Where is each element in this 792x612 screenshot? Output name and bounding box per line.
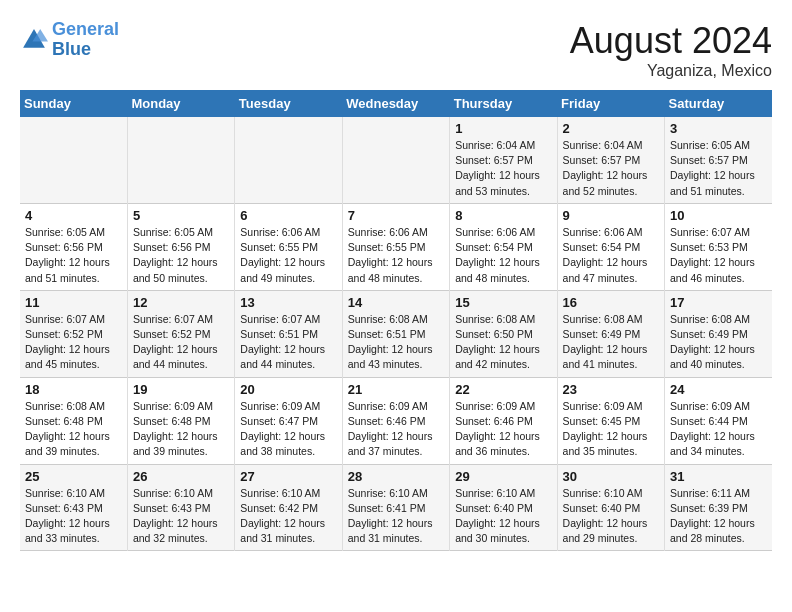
day-info: Sunrise: 6:08 AM Sunset: 6:49 PM Dayligh… (563, 312, 659, 373)
calendar-cell: 31Sunrise: 6:11 AM Sunset: 6:39 PM Dayli… (665, 464, 772, 551)
calendar-cell: 30Sunrise: 6:10 AM Sunset: 6:40 PM Dayli… (557, 464, 664, 551)
weekday-header-sunday: Sunday (20, 90, 127, 117)
calendar-cell (342, 117, 449, 203)
day-number: 28 (348, 469, 444, 484)
calendar-cell: 19Sunrise: 6:09 AM Sunset: 6:48 PM Dayli… (127, 377, 234, 464)
weekday-header-tuesday: Tuesday (235, 90, 342, 117)
day-number: 18 (25, 382, 122, 397)
day-number: 8 (455, 208, 551, 223)
calendar-cell (20, 117, 127, 203)
calendar-cell (127, 117, 234, 203)
day-number: 25 (25, 469, 122, 484)
calendar-cell: 12Sunrise: 6:07 AM Sunset: 6:52 PM Dayli… (127, 290, 234, 377)
calendar-cell: 2Sunrise: 6:04 AM Sunset: 6:57 PM Daylig… (557, 117, 664, 203)
day-number: 11 (25, 295, 122, 310)
day-number: 17 (670, 295, 767, 310)
weekday-header-row: SundayMondayTuesdayWednesdayThursdayFrid… (20, 90, 772, 117)
calendar-cell: 28Sunrise: 6:10 AM Sunset: 6:41 PM Dayli… (342, 464, 449, 551)
calendar-cell: 8Sunrise: 6:06 AM Sunset: 6:54 PM Daylig… (450, 203, 557, 290)
day-number: 21 (348, 382, 444, 397)
day-number: 31 (670, 469, 767, 484)
calendar-cell: 25Sunrise: 6:10 AM Sunset: 6:43 PM Dayli… (20, 464, 127, 551)
day-number: 3 (670, 121, 767, 136)
page-header: General Blue August 2024 Yaganiza, Mexic… (20, 20, 772, 80)
calendar-cell: 26Sunrise: 6:10 AM Sunset: 6:43 PM Dayli… (127, 464, 234, 551)
day-info: Sunrise: 6:09 AM Sunset: 6:45 PM Dayligh… (563, 399, 659, 460)
day-number: 1 (455, 121, 551, 136)
day-number: 14 (348, 295, 444, 310)
day-info: Sunrise: 6:09 AM Sunset: 6:47 PM Dayligh… (240, 399, 336, 460)
day-info: Sunrise: 6:08 AM Sunset: 6:51 PM Dayligh… (348, 312, 444, 373)
day-info: Sunrise: 6:10 AM Sunset: 6:40 PM Dayligh… (563, 486, 659, 547)
day-number: 20 (240, 382, 336, 397)
day-number: 12 (133, 295, 229, 310)
calendar-cell: 1Sunrise: 6:04 AM Sunset: 6:57 PM Daylig… (450, 117, 557, 203)
calendar-cell: 5Sunrise: 6:05 AM Sunset: 6:56 PM Daylig… (127, 203, 234, 290)
day-info: Sunrise: 6:06 AM Sunset: 6:54 PM Dayligh… (455, 225, 551, 286)
calendar-cell: 21Sunrise: 6:09 AM Sunset: 6:46 PM Dayli… (342, 377, 449, 464)
day-number: 15 (455, 295, 551, 310)
calendar-cell: 11Sunrise: 6:07 AM Sunset: 6:52 PM Dayli… (20, 290, 127, 377)
day-info: Sunrise: 6:05 AM Sunset: 6:57 PM Dayligh… (670, 138, 767, 199)
day-info: Sunrise: 6:08 AM Sunset: 6:48 PM Dayligh… (25, 399, 122, 460)
location: Yaganiza, Mexico (570, 62, 772, 80)
calendar-cell: 6Sunrise: 6:06 AM Sunset: 6:55 PM Daylig… (235, 203, 342, 290)
weekday-header-saturday: Saturday (665, 90, 772, 117)
calendar-cell: 9Sunrise: 6:06 AM Sunset: 6:54 PM Daylig… (557, 203, 664, 290)
day-info: Sunrise: 6:06 AM Sunset: 6:55 PM Dayligh… (240, 225, 336, 286)
weekday-header-thursday: Thursday (450, 90, 557, 117)
day-number: 6 (240, 208, 336, 223)
calendar-cell: 18Sunrise: 6:08 AM Sunset: 6:48 PM Dayli… (20, 377, 127, 464)
day-info: Sunrise: 6:08 AM Sunset: 6:49 PM Dayligh… (670, 312, 767, 373)
day-number: 22 (455, 382, 551, 397)
day-info: Sunrise: 6:10 AM Sunset: 6:43 PM Dayligh… (133, 486, 229, 547)
day-info: Sunrise: 6:09 AM Sunset: 6:48 PM Dayligh… (133, 399, 229, 460)
logo-icon (20, 26, 48, 54)
day-number: 2 (563, 121, 659, 136)
day-info: Sunrise: 6:05 AM Sunset: 6:56 PM Dayligh… (133, 225, 229, 286)
day-info: Sunrise: 6:07 AM Sunset: 6:52 PM Dayligh… (25, 312, 122, 373)
calendar-week-row: 11Sunrise: 6:07 AM Sunset: 6:52 PM Dayli… (20, 290, 772, 377)
calendar-week-row: 18Sunrise: 6:08 AM Sunset: 6:48 PM Dayli… (20, 377, 772, 464)
calendar-cell: 22Sunrise: 6:09 AM Sunset: 6:46 PM Dayli… (450, 377, 557, 464)
calendar-cell: 27Sunrise: 6:10 AM Sunset: 6:42 PM Dayli… (235, 464, 342, 551)
day-number: 26 (133, 469, 229, 484)
day-number: 29 (455, 469, 551, 484)
calendar-table: SundayMondayTuesdayWednesdayThursdayFrid… (20, 90, 772, 551)
weekday-header-friday: Friday (557, 90, 664, 117)
calendar-cell: 7Sunrise: 6:06 AM Sunset: 6:55 PM Daylig… (342, 203, 449, 290)
logo: General Blue (20, 20, 119, 60)
day-number: 23 (563, 382, 659, 397)
calendar-week-row: 1Sunrise: 6:04 AM Sunset: 6:57 PM Daylig… (20, 117, 772, 203)
day-number: 7 (348, 208, 444, 223)
calendar-cell: 23Sunrise: 6:09 AM Sunset: 6:45 PM Dayli… (557, 377, 664, 464)
day-info: Sunrise: 6:10 AM Sunset: 6:40 PM Dayligh… (455, 486, 551, 547)
day-info: Sunrise: 6:05 AM Sunset: 6:56 PM Dayligh… (25, 225, 122, 286)
calendar-week-row: 4Sunrise: 6:05 AM Sunset: 6:56 PM Daylig… (20, 203, 772, 290)
title-block: August 2024 Yaganiza, Mexico (570, 20, 772, 80)
day-number: 27 (240, 469, 336, 484)
calendar-cell: 14Sunrise: 6:08 AM Sunset: 6:51 PM Dayli… (342, 290, 449, 377)
calendar-cell: 17Sunrise: 6:08 AM Sunset: 6:49 PM Dayli… (665, 290, 772, 377)
day-info: Sunrise: 6:07 AM Sunset: 6:51 PM Dayligh… (240, 312, 336, 373)
calendar-cell: 3Sunrise: 6:05 AM Sunset: 6:57 PM Daylig… (665, 117, 772, 203)
day-info: Sunrise: 6:10 AM Sunset: 6:41 PM Dayligh… (348, 486, 444, 547)
calendar-cell (235, 117, 342, 203)
day-info: Sunrise: 6:07 AM Sunset: 6:53 PM Dayligh… (670, 225, 767, 286)
day-number: 9 (563, 208, 659, 223)
day-number: 16 (563, 295, 659, 310)
day-info: Sunrise: 6:07 AM Sunset: 6:52 PM Dayligh… (133, 312, 229, 373)
calendar-cell: 15Sunrise: 6:08 AM Sunset: 6:50 PM Dayli… (450, 290, 557, 377)
calendar-cell: 16Sunrise: 6:08 AM Sunset: 6:49 PM Dayli… (557, 290, 664, 377)
day-info: Sunrise: 6:04 AM Sunset: 6:57 PM Dayligh… (455, 138, 551, 199)
calendar-cell: 24Sunrise: 6:09 AM Sunset: 6:44 PM Dayli… (665, 377, 772, 464)
calendar-cell: 29Sunrise: 6:10 AM Sunset: 6:40 PM Dayli… (450, 464, 557, 551)
calendar-cell: 20Sunrise: 6:09 AM Sunset: 6:47 PM Dayli… (235, 377, 342, 464)
day-info: Sunrise: 6:11 AM Sunset: 6:39 PM Dayligh… (670, 486, 767, 547)
day-info: Sunrise: 6:09 AM Sunset: 6:46 PM Dayligh… (348, 399, 444, 460)
weekday-header-monday: Monday (127, 90, 234, 117)
day-number: 13 (240, 295, 336, 310)
day-info: Sunrise: 6:09 AM Sunset: 6:44 PM Dayligh… (670, 399, 767, 460)
day-number: 5 (133, 208, 229, 223)
weekday-header-wednesday: Wednesday (342, 90, 449, 117)
